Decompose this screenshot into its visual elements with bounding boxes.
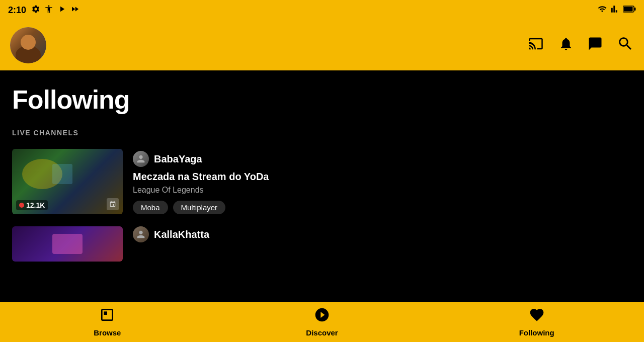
channel-tags-1: Moba Multiplayer <box>133 201 632 214</box>
following-icon <box>529 307 545 326</box>
notifications-icon[interactable] <box>558 36 574 55</box>
play-icon <box>57 5 66 16</box>
chat-icon[interactable] <box>588 36 603 55</box>
live-dot <box>19 203 24 208</box>
settings-icon <box>31 5 40 16</box>
search-icon[interactable] <box>617 35 634 56</box>
channel-username-2: KallaKhatta <box>154 229 209 240</box>
svg-rect-1 <box>634 8 636 11</box>
tag-moba[interactable]: Moba <box>133 201 168 214</box>
channel-item[interactable]: 12.1K BabaYaga Meczada na Stream do YoDa… <box>12 149 632 214</box>
nav-item-following[interactable]: Following <box>429 307 644 337</box>
status-time: 2:10 <box>8 5 26 16</box>
status-bar: 2:10 <box>0 0 644 20</box>
channel-name-row: BabaYaga <box>133 151 632 167</box>
channel-stream-title-1: Meczada na Stream do YoDa <box>133 171 632 183</box>
channel-username-1: BabaYaga <box>154 153 202 165</box>
status-left: 2:10 <box>8 5 79 16</box>
battery-icon <box>623 5 636 16</box>
channel-avatar-1 <box>133 151 149 167</box>
channel-item-2[interactable]: KallaKhatta <box>12 226 632 262</box>
browse-label: Browse <box>94 328 121 337</box>
live-badge: 12.1K <box>16 200 48 210</box>
channel-name-row-2: KallaKhatta <box>133 226 632 242</box>
channel-avatar-2 <box>133 226 149 242</box>
nav-item-discover[interactable]: Discover <box>215 307 430 337</box>
channel-thumbnail-2[interactable] <box>12 226 123 262</box>
live-channels-label: LIVE CHANNELS <box>12 129 632 137</box>
svg-rect-3 <box>104 311 108 315</box>
svg-rect-2 <box>624 7 633 11</box>
bottom-nav: Browse Discover Following <box>0 302 644 342</box>
accessibility-icon <box>44 5 53 16</box>
thumbnail-bg-2 <box>12 226 123 262</box>
user-avatar[interactable] <box>10 27 46 63</box>
tag-multiplayer[interactable]: Multiplayer <box>173 201 226 214</box>
channel-thumbnail-1[interactable]: 12.1K <box>12 149 123 214</box>
discover-label: Discover <box>306 328 338 337</box>
app-header <box>0 20 644 70</box>
channel-info-1: BabaYaga Meczada na Stream do YoDa Leagu… <box>133 149 632 214</box>
channel-game-1: League Of Legends <box>133 186 632 195</box>
status-right <box>597 5 636 16</box>
nav-item-browse[interactable]: Browse <box>0 307 215 337</box>
fast-forward-icon <box>70 5 79 16</box>
following-label: Following <box>519 328 554 337</box>
page-title: Following <box>12 84 632 115</box>
thumbnail-icon <box>107 198 119 210</box>
viewer-count: 12.1K <box>26 201 45 209</box>
browse-icon <box>99 307 115 326</box>
channel-info-2: KallaKhatta <box>133 226 632 246</box>
avatar-image <box>10 27 46 63</box>
main-content: Following LIVE CHANNELS 12.1K <box>0 70 644 302</box>
wifi-icon <box>597 5 608 16</box>
cast-icon[interactable] <box>527 36 544 55</box>
signal-icon <box>611 5 620 16</box>
header-actions <box>527 35 634 56</box>
status-icons <box>31 5 79 16</box>
discover-icon <box>314 307 330 326</box>
